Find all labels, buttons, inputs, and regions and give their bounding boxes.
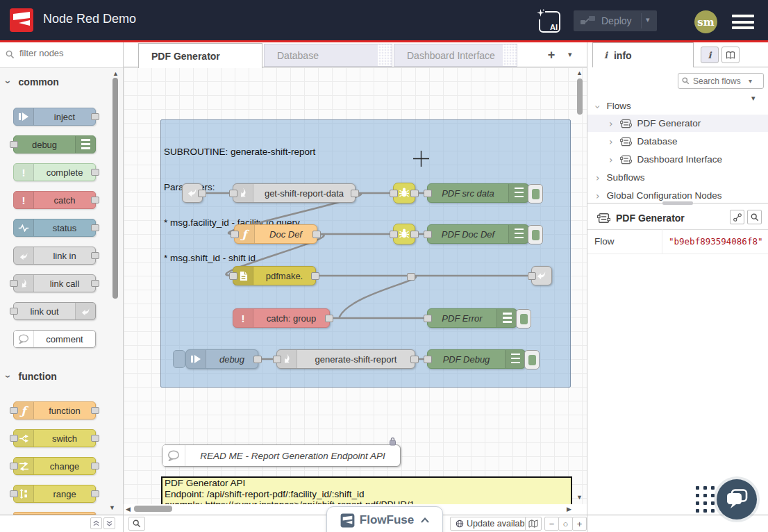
palette-scroll-down-icon[interactable]: ▼ (109, 505, 115, 511)
canvas-hscrollbar-thumb[interactable] (134, 506, 172, 512)
splitter-handle[interactable] (662, 201, 693, 205)
user-avatar[interactable]: sm (694, 10, 717, 33)
search-flows-input[interactable] (692, 76, 749, 87)
canvas-scroll-up-icon[interactable]: ▲ (576, 70, 583, 76)
node-catch-group[interactable]: ! catch: group (233, 308, 330, 328)
filter-nodes-input[interactable] (18, 47, 118, 59)
tree-item-subflows[interactable]: › Subflows (587, 169, 768, 186)
palette-node-link-in[interactable]: link in (13, 247, 96, 265)
node-pdf-debug[interactable]: PDF Debug (427, 349, 526, 369)
deploy-caret-icon[interactable]: ▾ (646, 15, 650, 24)
wires-layer[interactable] (124, 67, 587, 504)
tree-item-pdf-generator[interactable]: › PDF Generator (587, 115, 768, 132)
tree-item-dashboard-interface[interactable]: › Dashboard Interface (587, 151, 768, 168)
palette-node-complete[interactable]: ! complete (13, 163, 96, 181)
node-pdfmake[interactable]: pdfmake. (233, 266, 316, 285)
canvas-scroll-right-icon[interactable]: ▶ (567, 506, 571, 513)
input-port[interactable] (424, 231, 432, 238)
navigator-button[interactable] (525, 517, 542, 531)
zoom-out-button[interactable]: − (544, 517, 559, 531)
search-flow-button[interactable] (747, 210, 762, 224)
tab-dashboard-interface[interactable]: Dashboard Interface (394, 44, 517, 67)
node-pdf-src-data[interactable]: PDF src data (427, 183, 529, 203)
palette-node-switch[interactable]: switch (13, 429, 96, 447)
wire-junction[interactable] (407, 273, 415, 281)
input-port[interactable] (528, 272, 536, 280)
node-link-out[interactable] (531, 266, 552, 285)
debug-toggle-button[interactable] (516, 309, 531, 329)
update-available-button[interactable]: Update available (450, 517, 537, 531)
canvas-sidebar-divider[interactable] (587, 42, 587, 532)
input-port[interactable] (229, 272, 237, 280)
expand-all-button[interactable] (103, 517, 115, 529)
input-port[interactable] (424, 356, 432, 363)
sidebar-help-tab-button[interactable] (721, 47, 740, 63)
palette-node-comment[interactable]: comment (13, 330, 96, 348)
palette-node-inject[interactable]: inject (13, 108, 96, 126)
palette-node-change[interactable]: change (13, 457, 96, 475)
node-get-shift-report-data[interactable]: get-shift-report-data (233, 183, 356, 203)
output-port[interactable] (410, 190, 419, 197)
palette-node-debug[interactable]: debug (13, 135, 96, 153)
palette-node-link-out[interactable]: link out (13, 302, 96, 320)
output-port[interactable] (312, 231, 321, 238)
output-port[interactable] (410, 231, 419, 238)
widget-drag-handle-icon[interactable] (696, 486, 715, 513)
input-port[interactable] (390, 231, 398, 238)
flow-canvas[interactable]: SUBROUTINE: generate-shift-report Parame… (124, 67, 587, 504)
tab-database[interactable]: Database (264, 44, 392, 67)
inject-button[interactable] (173, 350, 185, 368)
node-debug-bug-1[interactable] (393, 183, 415, 203)
node-comment-readme[interactable]: READ ME - Report Generation Endpoint API (162, 444, 401, 467)
chat-widget-button[interactable] (717, 479, 757, 519)
output-port[interactable] (311, 272, 319, 280)
node-debug-bug-2[interactable] (393, 224, 415, 244)
flowfuse-logo-icon[interactable] (10, 8, 33, 32)
input-port[interactable] (231, 231, 239, 238)
output-port[interactable] (351, 190, 359, 197)
debug-toggle-button[interactable] (524, 350, 540, 369)
zoom-reset-button[interactable]: ○ (558, 517, 573, 531)
canvas-search-button[interactable] (128, 517, 145, 531)
palette-node-function[interactable]: ƒ function (13, 401, 96, 419)
input-port[interactable] (424, 315, 432, 322)
palette-category-common[interactable]: › common (7, 76, 59, 88)
palette-node-range[interactable]: range (13, 485, 96, 503)
tree-item-flows[interactable]: › Flows (587, 97, 768, 115)
node-link-in[interactable] (182, 183, 203, 203)
palette-node-link-call[interactable]: link call (13, 274, 96, 292)
input-port[interactable] (273, 356, 281, 363)
palette-node-catch[interactable]: ! catch (13, 191, 96, 209)
collapse-all-button[interactable] (90, 517, 102, 529)
input-port[interactable] (390, 190, 398, 197)
tab-menu-caret-icon[interactable]: ▾ (568, 50, 572, 59)
palette-scrollbar-thumb[interactable] (112, 78, 118, 299)
copy-link-button[interactable] (730, 210, 744, 224)
node-doc-def[interactable]: ƒ Doc Def (234, 224, 317, 244)
node-generate-shift-report[interactable]: generate-shift-report (276, 349, 415, 369)
node-pdf-doc-def[interactable]: PDF Doc Def (427, 224, 529, 244)
sidebar-search[interactable]: ▾ (678, 73, 764, 89)
palette-node-status[interactable]: status (13, 219, 96, 237)
deploy-button[interactable]: Deploy ▾ (574, 10, 657, 31)
canvas-scroll-down-icon[interactable]: ▼ (576, 494, 583, 501)
main-menu-button[interactable] (732, 15, 754, 29)
flowfuse-button[interactable]: FlowFuse (326, 506, 443, 532)
output-port[interactable] (325, 315, 333, 322)
canvas-vscrollbar-thumb[interactable] (577, 78, 583, 115)
sidebar-info-tab-button[interactable]: i (701, 47, 719, 63)
tree-item-database[interactable]: › Database (587, 133, 768, 150)
tab-pdf-generator[interactable]: PDF Generator (138, 43, 262, 68)
output-port[interactable] (410, 356, 419, 363)
canvas-scroll-left-icon[interactable]: ◀ (126, 506, 131, 513)
ai-assistant-button[interactable]: AI (539, 11, 560, 33)
debug-toggle-button[interactable] (528, 184, 543, 203)
node-inject-debug[interactable]: debug (185, 349, 258, 369)
node-pdf-error[interactable]: PDF Error (427, 308, 517, 328)
sidebar-splitter[interactable] (587, 203, 768, 203)
add-flow-button[interactable]: + (543, 47, 560, 63)
input-port[interactable] (424, 190, 432, 197)
palette-category-function[interactable]: › function (7, 371, 57, 382)
api-info-box[interactable]: PDF Generator API Endpoint: /api/shift-r… (161, 476, 572, 504)
sidebar-tab-info[interactable]: i info (592, 42, 694, 67)
